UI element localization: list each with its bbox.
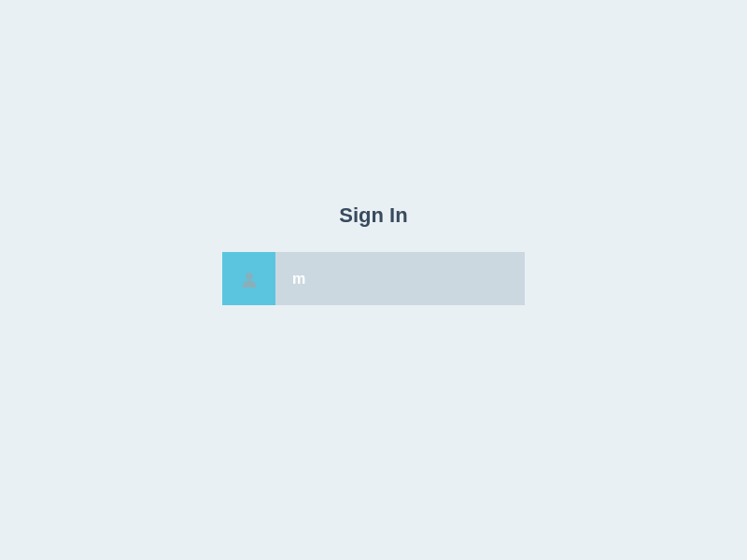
svg-point-0 xyxy=(246,273,253,280)
username-input[interactable] xyxy=(275,252,525,305)
username-row xyxy=(222,252,525,305)
username-icon-box xyxy=(222,252,275,305)
signin-title: Sign In xyxy=(339,203,407,228)
user-icon xyxy=(241,271,258,287)
